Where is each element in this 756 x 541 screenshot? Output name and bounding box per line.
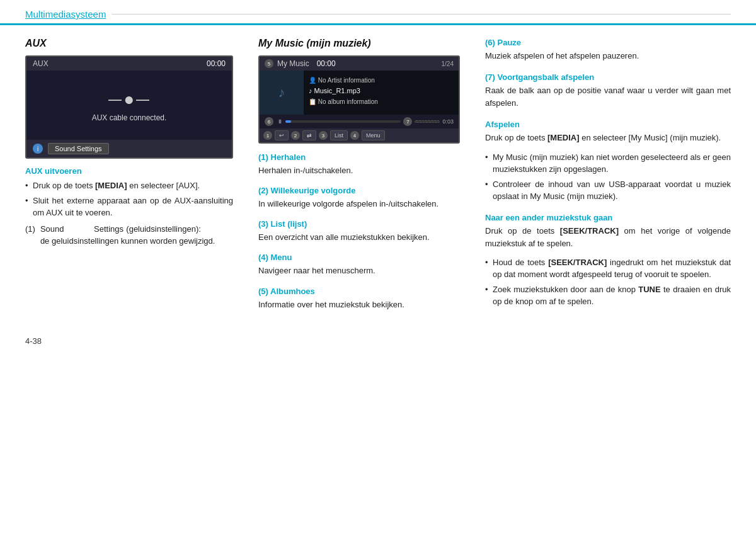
sound-settings-note: (1) Sound Settings (geluidsinstellingen)… xyxy=(25,223,233,248)
mm-count: 1/24 xyxy=(442,60,454,67)
header-divider xyxy=(112,14,731,14)
list-item: Controleer de inhoud van uw USB-apparaat… xyxy=(485,178,731,203)
pauze-text: Muziek afspelen of het afspelen pauzeren… xyxy=(485,50,731,62)
mm-btn-list[interactable]: List xyxy=(330,130,348,140)
mm-btn-menu[interactable]: Menu xyxy=(362,130,385,140)
ander-bullets: Houd de toets [SEEK/TRACK] ingedrukt om … xyxy=(485,256,731,308)
item-text: Sound Settings (geluidsinstellingen): de… xyxy=(40,223,233,248)
mm-body: ♪ 👤 No Artist information ♪ Music_R1.mp3… xyxy=(260,71,459,115)
aux-section-title: AUX xyxy=(25,38,233,49)
item-number: (1) xyxy=(25,223,35,248)
voortgangsbalk-text: Raak de balk aan op de positie vanaf waa… xyxy=(485,84,731,110)
menu-text: Navigeer naar het menuscherm. xyxy=(258,265,460,277)
circle-6: 6 xyxy=(265,117,273,126)
page-number: 4-38 xyxy=(25,336,42,346)
pauze-header: (6) Pauze xyxy=(485,38,731,47)
mm-album: 📋 No album information xyxy=(309,97,454,107)
mm-artist: 👤 No Artist information xyxy=(309,76,454,86)
circle-1: 1 xyxy=(263,131,272,140)
willekeurige-text: In willekeurige volgorde afspelen in-/ui… xyxy=(258,198,460,210)
mm-progress-fill xyxy=(285,120,291,123)
mm-time: 00:00 xyxy=(317,59,336,68)
mm-title: My Music xyxy=(277,59,309,68)
aux-cable-icon: ⸺●⸺ xyxy=(106,89,152,110)
mymusic-section-title: My Music (mijn muziek) xyxy=(258,38,460,49)
list-item: Druk op de toets [MEDIA] en selecteer [A… xyxy=(25,179,233,192)
mm-screen-header: 5 My Music 00:00 1/24 xyxy=(260,57,459,71)
mm-btn-shuffle[interactable]: ⇄ xyxy=(302,130,316,140)
list-item: My Music (mijn muziek) kan niet worden g… xyxy=(485,151,731,176)
aux-connected-text: AUX cable connected. xyxy=(92,113,167,122)
page-header: Multimediasysteem xyxy=(0,0,756,25)
albumhoes-header: (5) Albumhoes xyxy=(258,287,460,296)
sound-settings-button[interactable]: Sound Settings xyxy=(48,143,109,154)
list-item: Sluit het externe apparaat aan op de AUX… xyxy=(25,195,233,219)
aux-section: AUX AUX 00:00 ⸺●⸺ AUX cable connected. i… xyxy=(25,38,246,317)
willekeurige-header: (2) Willekeurige volgorde xyxy=(258,186,460,195)
mm-progress-row: 6 ⏸ 7 0:03 xyxy=(260,115,459,128)
mm-progress-bar[interactable] xyxy=(285,120,401,123)
afspelen-bullets: My Music (mijn muziek) kan niet worden g… xyxy=(485,151,731,203)
aux-bullet-list: Druk op de toets [MEDIA] en selecteer [A… xyxy=(25,179,233,219)
mm-track-name: ♪ Music_R1.mp3 xyxy=(309,86,454,97)
mymusic-screen: 5 My Music 00:00 1/24 ♪ 👤 No Artist info… xyxy=(258,55,460,144)
aux-screen: AUX 00:00 ⸺●⸺ AUX cable connected. i Sou… xyxy=(25,55,233,159)
herhalen-header: (1) Herhalen xyxy=(258,152,460,162)
circle-4: 4 xyxy=(350,131,359,140)
mm-footer: 1 ↩ 2 ⇄ 3 List 4 Menu xyxy=(260,128,459,142)
mm-btn-repeat[interactable]: ↩ xyxy=(275,130,289,140)
list-item: Houd de toets [SEEK/TRACK] ingedrukt om … xyxy=(485,256,731,281)
page-footer: 4-38 xyxy=(0,330,756,352)
aux-screen-body: ⸺●⸺ AUX cable connected. xyxy=(26,71,232,140)
circle-3: 3 xyxy=(319,131,328,140)
main-content: AUX AUX 00:00 ⸺●⸺ AUX cable connected. i… xyxy=(0,25,756,330)
mm-progress-dotted xyxy=(415,120,440,123)
herhalen-text: Herhalen in-/uitschakelen. xyxy=(258,164,460,177)
ander-text: Druk op de toets [SEEK/TRACK] om het vor… xyxy=(485,225,731,250)
menu-header: (4) Menu xyxy=(258,253,460,262)
circle-2: 2 xyxy=(291,131,300,140)
circle-7: 7 xyxy=(403,117,412,126)
header-title: Multimediasysteem xyxy=(25,9,106,20)
right-section: (6) Pauze Muziek afspelen of het afspele… xyxy=(472,38,731,317)
aux-uitvoeren-label: AUX uitvoeren xyxy=(25,166,233,176)
mymusic-section: My Music (mijn muziek) 5 My Music 00:00 … xyxy=(246,38,472,317)
mm-album-art: ♪ xyxy=(260,71,304,115)
aux-screen-header: AUX 00:00 xyxy=(26,57,232,71)
aux-screen-time: 00:00 xyxy=(207,59,226,68)
list-text: Een overzicht van alle muziekstukken bek… xyxy=(258,231,460,244)
ander-header: Naar een ander muziekstuk gaan xyxy=(485,213,731,222)
list-item: Zoek muziekstukken door aan de knop TUNE… xyxy=(485,283,731,308)
albumhoes-text: Informatie over het muziekstuk bekijken. xyxy=(258,299,460,311)
circle-5: 5 xyxy=(265,59,273,68)
info-circle-icon: i xyxy=(33,144,43,154)
afspelen-header: Afspelen xyxy=(485,120,731,129)
mm-time-display: 0:03 xyxy=(442,118,454,125)
voortgangsbalk-header: (7) Voortgangsbalk afspelen xyxy=(485,72,731,82)
list-header: (3) List (lijst) xyxy=(258,219,460,229)
aux-screen-footer: i Sound Settings xyxy=(26,140,232,157)
afspelen-text: Druk op de toets [MEDIA] en selecteer [M… xyxy=(485,132,731,144)
mm-track-info: 👤 No Artist information ♪ Music_R1.mp3 📋… xyxy=(304,71,459,115)
aux-screen-label: AUX xyxy=(33,59,49,68)
